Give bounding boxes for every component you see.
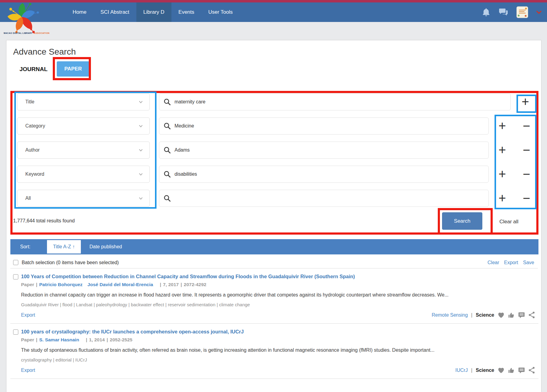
journal-link[interactable]: Remote Sensing [432,312,468,318]
thumbs-up-icon[interactable] [508,367,515,374]
result-footer: ExportRemote Sensing|Science [21,311,538,318]
notifications-bell-icon[interactable] [482,8,490,17]
author-link[interactable]: José David del Moral-Erencia [88,282,153,287]
remove-criteria-minus-icon[interactable]: − [523,120,530,132]
share-icon[interactable] [528,367,535,374]
search-term-input[interactable]: disabilities [159,166,489,183]
remove-criteria-minus-icon[interactable]: − [523,144,530,156]
export-link[interactable]: Export [21,312,35,318]
field-select-value: Title [25,99,34,105]
results-list: 100 Years of Competition between Reducti… [10,268,538,379]
field-select-author[interactable]: Author [17,142,150,159]
category-label: Science [476,368,494,373]
sort-option-date-published[interactable]: Date published [83,240,128,254]
search-term-input[interactable]: maternity care [159,93,511,110]
result-issn: 2072-4292 [184,282,206,287]
batch-action-export[interactable]: Export [504,257,518,268]
add-criteria-plus-icon[interactable]: + [498,192,506,204]
search-icon [164,122,171,130]
remove-criteria-minus-icon[interactable]: − [523,192,530,204]
result-checkbox[interactable] [13,274,18,279]
result-title-link[interactable]: 100 Years of Competition between Reducti… [21,273,355,280]
profile-caret-down-icon[interactable] [536,11,542,14]
result-publication: IUCrJ|Science [455,367,535,374]
tab-journal[interactable]: JOURNAL [20,62,48,77]
result-issn: 2052-2525 [110,337,132,342]
field-select-value: Keyword [25,171,44,177]
heart-icon[interactable] [498,367,505,373]
site-logo[interactable]: MACAO DIGITAL LIBRARY ASSOCIATION [2,3,51,35]
comment-icon[interactable] [518,367,525,374]
search-criteria-row: AuthorAdams+− [17,142,534,159]
search-term-input[interactable] [159,190,489,207]
chevron-down-icon [139,173,143,176]
search-term-input[interactable]: Medicine [159,117,489,135]
add-criteria-plus-icon[interactable]: + [498,168,506,180]
search-button[interactable]: Search [442,212,482,230]
result-checkbox[interactable] [13,329,18,335]
user-avatar[interactable] [516,6,528,18]
messages-chat-icon[interactable] [498,8,508,16]
batch-action-save[interactable]: Save [523,257,534,268]
chevron-down-icon [139,101,143,103]
search-criteria-row: Titlematernity care+ [17,93,534,110]
author-link[interactable]: S. Samar Hasnain [39,337,79,342]
heart-icon[interactable] [498,312,505,318]
field-select-title[interactable]: Title [17,93,150,110]
search-icon [164,195,171,202]
sort-option-title-a-z[interactable]: Title A-Z ↑ [47,240,81,254]
batch-selection-label: Batch selection (0 items have been selec… [22,257,119,268]
row-controls: +− [495,190,534,207]
svg-text:MACAO DIGITAL LIBRARY AS: MACAO DIGITAL LIBRARY ASSOCIATION [4,32,49,34]
result-abstract: The study of spontaneous fluctuations of… [21,346,473,354]
total-results-summary: 1,777,644 total results found [13,218,75,224]
add-criteria-plus-icon[interactable]: + [498,144,506,156]
search-criteria-row: CategoryMedicine+− [17,117,534,135]
nav-item-library-d[interactable]: Library D [136,2,171,22]
search-term-value: maternity care [175,99,205,105]
field-select-keyword[interactable]: Keyword [17,166,150,183]
nav-item-sci-abstract[interactable]: SCI Abstract [93,2,136,22]
clear-all-button[interactable]: Clear all [499,219,518,225]
logo-text-accent: ASSOCIATION [34,32,49,34]
result-issue: 1, 2014 [89,337,105,342]
batch-selection-row: Batch selection (0 items have been selec… [10,257,538,268]
field-select-all[interactable]: All [17,190,150,207]
result-title-link[interactable]: 100 years of crystallography: the IUCr l… [21,328,244,335]
field-select-value: Author [25,147,40,153]
comment-icon[interactable] [518,312,525,318]
search-term-value: disabilities [175,171,197,177]
result-type-label: Paper [21,337,34,342]
field-select-category[interactable]: Category [17,117,150,135]
nav-item-events[interactable]: Events [171,2,201,22]
add-criteria-plus-icon[interactable]: + [498,120,506,132]
advance-search-page: { "colors": { "top_strip": "#ac3154", "n… [0,0,547,392]
export-link[interactable]: Export [21,368,35,373]
result-meta: Paper|Patricio BohorquezJosé David del M… [21,281,538,288]
remove-criteria-minus-icon[interactable]: − [523,168,530,180]
result-meta: Paper|S. Samar Hasnain|1, 2014|2052-2525 [21,336,538,343]
sort-bar: Sort: Title A-Z ↑Date published [10,239,538,254]
row-controls: +− [495,142,534,159]
main-card: Advance Search JOURNAL PAPER Titlematern… [6,40,542,392]
nav-right-tools [482,2,542,22]
chevron-down-icon [139,149,143,152]
journal-link[interactable]: IUCrJ [455,368,468,373]
top-annotation-strip [0,0,547,2]
result-publication: Remote Sensing|Science [432,311,535,318]
nav-item-user-tools[interactable]: User Tools [201,2,240,22]
tab-paper[interactable]: PAPER [57,61,89,77]
row-controls: +− [495,166,534,183]
search-criteria-row: All+− [17,190,534,207]
result-keywords: crystallography | editorial | IUCrJ [21,357,538,363]
nav-item-home[interactable]: Home [66,2,93,22]
add-criteria-plus-icon[interactable]: + [522,96,529,108]
batch-action-clear[interactable]: Clear [488,257,499,268]
thumbs-up-icon[interactable] [508,312,515,318]
search-term-value: Adams [175,147,190,153]
share-icon[interactable] [528,311,535,318]
search-term-input[interactable]: Adams [159,142,489,159]
author-link[interactable]: Patricio Bohorquez [39,282,82,287]
result-item: 100 Years of Competition between Reducti… [10,268,538,324]
batch-selection-checkbox[interactable] [13,260,18,265]
